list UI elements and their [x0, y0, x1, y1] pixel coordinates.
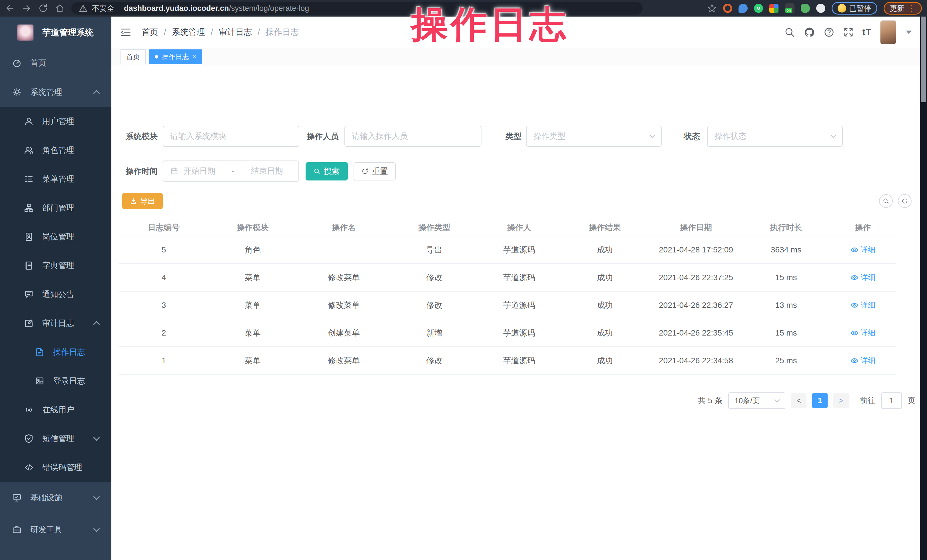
sidebar-item-dept-mgmt[interactable]: 部门管理: [0, 193, 111, 222]
sidebar-item-errcode-mgmt[interactable]: 错误码管理: [0, 453, 111, 482]
paused-extension-pill[interactable]: 已暂停: [831, 2, 877, 15]
insecure-label: 不安全: [92, 3, 114, 14]
table-header-row: 日志编号 操作模块 操作名 操作类型 操作人 操作结果 操作日期 执行时长 操作: [119, 219, 896, 236]
breadcrumb-item[interactable]: 系统管理: [172, 27, 205, 38]
table-cell: 13 ms: [743, 291, 830, 319]
breadcrumb-item[interactable]: 首页: [142, 27, 158, 38]
table-cell: 芋道源码: [478, 347, 560, 374]
extension-leaf-icon[interactable]: [801, 4, 810, 13]
tag-close-icon[interactable]: ×: [193, 53, 196, 60]
toggle-search-button[interactable]: [879, 194, 893, 208]
fullscreen-icon[interactable]: [843, 27, 854, 38]
sidebar-item-dev-tools[interactable]: 研发工具: [0, 514, 111, 546]
table-cell: 2: [119, 319, 208, 347]
table-cell: 3634 ms: [743, 236, 830, 264]
type-select[interactable]: 操作类型: [526, 126, 662, 147]
avatar-caret-icon[interactable]: [906, 30, 912, 34]
scrollbar-thumb[interactable]: [921, 17, 926, 102]
gear-icon: [12, 87, 22, 97]
sidebar-logo-row[interactable]: 芋道管理系统: [0, 17, 111, 49]
broadcast-icon: [24, 405, 34, 415]
sidebar-collapse-icon[interactable]: [120, 27, 131, 37]
table-cell: 4: [119, 264, 208, 291]
next-page-button[interactable]: >: [833, 393, 849, 408]
detail-link[interactable]: 详细: [851, 355, 875, 366]
reset-button[interactable]: 重置: [354, 162, 396, 181]
table-cell: 修改菜单: [297, 291, 391, 319]
extension-orange-ring-icon[interactable]: [723, 4, 732, 13]
chevron-down-icon: [93, 525, 100, 532]
module-input[interactable]: [163, 126, 299, 147]
sidebar-item-label: 错误码管理: [42, 462, 82, 473]
sidebar-item-login-log[interactable]: 登录日志: [0, 366, 111, 395]
search-icon[interactable]: [784, 27, 795, 38]
browser-reload-icon[interactable]: [38, 3, 48, 13]
table-cell-actions: 详细: [830, 236, 896, 264]
table-cell: 2021-04-28 17:52:09: [649, 236, 743, 264]
font-size-icon[interactable]: tT: [862, 27, 872, 37]
sidebar-item-sms-mgmt[interactable]: 短信管理: [0, 424, 111, 453]
search-button[interactable]: 搜索: [305, 162, 348, 181]
page-unit-label: 页: [907, 395, 916, 406]
table-cell: 2021-04-26 22:36:27: [649, 291, 743, 319]
sidebar-item-role-mgmt[interactable]: 角色管理: [0, 136, 111, 164]
table-cell: 修改: [391, 264, 478, 291]
sidebar-item-label: 部门管理: [42, 202, 74, 213]
detail-link[interactable]: 详细: [851, 272, 875, 282]
org-tree-icon: [24, 203, 34, 213]
prev-page-button[interactable]: <: [791, 393, 807, 408]
sidebar-item-label: 用户管理: [42, 116, 74, 127]
message-bubble-icon: [24, 290, 34, 299]
chevron-down-icon: [830, 132, 836, 138]
tag-operate-log[interactable]: 操作日志 ×: [149, 49, 202, 64]
user-avatar[interactable]: [880, 20, 896, 44]
extension-switch-icon[interactable]: on: [785, 3, 795, 13]
sidebar-item-notice[interactable]: 通知公告: [0, 280, 111, 309]
sidebar-item-post-mgmt[interactable]: 岗位管理: [0, 222, 111, 251]
current-page-button[interactable]: 1: [812, 393, 828, 408]
eye-icon: [851, 302, 859, 308]
browser-back-icon[interactable]: [5, 3, 15, 13]
browser-update-button[interactable]: 更新 ⋮: [884, 2, 922, 15]
sidebar-item-operate-log[interactable]: 操作日志: [0, 338, 111, 366]
extension-paw-icon[interactable]: [816, 4, 825, 13]
extension-blue-pin-icon[interactable]: [739, 4, 748, 13]
bookmark-star-icon[interactable]: [707, 3, 717, 13]
detail-link[interactable]: 详细: [851, 300, 875, 310]
date-start-placeholder: 开始日期: [183, 165, 215, 176]
sidebar-item-home[interactable]: 首页: [0, 49, 111, 78]
url-path: /system/log/operate-log: [229, 4, 309, 12]
breadcrumb: 首页 / 系统管理 / 审计日志 / 操作日志: [142, 27, 299, 38]
badge-icon: [24, 232, 34, 241]
sidebar-item-menu-mgmt[interactable]: 菜单管理: [0, 164, 111, 193]
header-actions: tT: [784, 20, 912, 44]
sidebar-item-infrastructure[interactable]: 基础设施: [0, 482, 111, 514]
status-select[interactable]: 操作状态: [707, 126, 843, 147]
sidebar-item-system-mgmt[interactable]: 系统管理: [0, 78, 111, 107]
url-text[interactable]: dashboard.yudao.iocoder.cn/system/log/op…: [124, 4, 309, 13]
sidebar-item-user-mgmt[interactable]: 用户管理: [0, 107, 111, 136]
github-icon[interactable]: [804, 27, 815, 38]
detail-link[interactable]: 详细: [851, 328, 875, 338]
sidebar-item-audit-log[interactable]: 审计日志: [0, 309, 111, 338]
detail-link[interactable]: 详细: [851, 245, 875, 255]
date-range-picker[interactable]: 开始日期 - 结束日期: [163, 161, 299, 182]
sidebar-item-dict-mgmt[interactable]: 字典管理: [0, 251, 111, 280]
table-cell: 芋道源码: [478, 236, 560, 264]
help-icon[interactable]: [824, 27, 834, 38]
browser-home-icon[interactable]: [55, 3, 65, 13]
extension-green-v-icon[interactable]: v: [754, 4, 763, 13]
refresh-table-button[interactable]: [898, 194, 912, 208]
browser-menu-kebab-icon[interactable]: ⋮: [907, 4, 916, 12]
browser-forward-icon[interactable]: [22, 3, 31, 13]
extension-grid-icon[interactable]: [769, 4, 778, 13]
page-scrollbar[interactable]: [920, 17, 927, 560]
users-icon: [24, 145, 34, 155]
operator-input[interactable]: [344, 126, 482, 147]
sidebar-item-online-users[interactable]: 在线用户: [0, 395, 111, 424]
page-size-select[interactable]: 10条/页: [728, 392, 785, 409]
tag-home[interactable]: 首页: [120, 49, 146, 64]
goto-page-input[interactable]: [881, 392, 902, 409]
breadcrumb-item[interactable]: 审计日志: [219, 27, 252, 38]
export-button[interactable]: 导出: [122, 193, 163, 209]
